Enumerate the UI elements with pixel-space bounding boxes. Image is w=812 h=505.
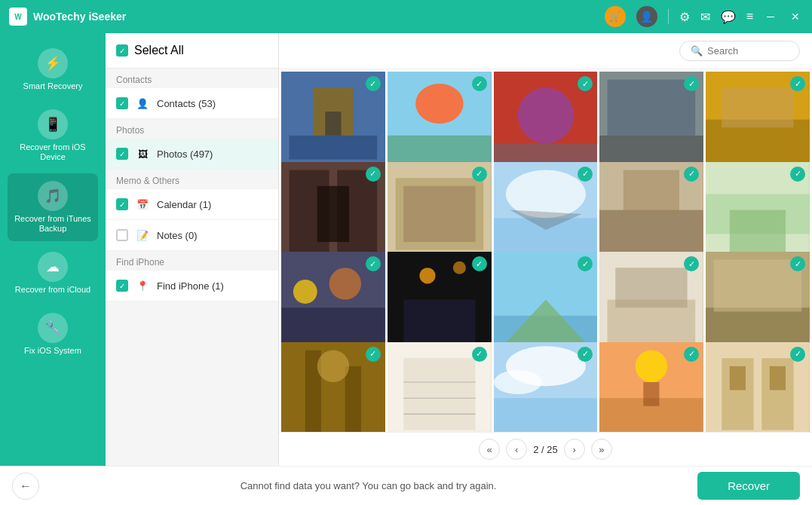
sidebar-label-recover-icloud: Recover from iCloud	[15, 285, 90, 295]
cat-item-calendar[interactable]: ✓ 📅 Calendar (1)	[106, 189, 278, 220]
notes-icon: 📝	[134, 227, 151, 243]
fix-ios-icon: 🔧	[38, 313, 68, 343]
photo-check-15: ✓	[790, 256, 805, 271]
photo-grid: ✓ ✓	[279, 69, 812, 432]
prev-page-button[interactable]: ‹	[506, 439, 527, 460]
calendar-checkbox[interactable]: ✓	[116, 198, 128, 210]
cat-item-contacts[interactable]: ✓ 👤 Contacts (53)	[106, 88, 278, 119]
svg-point-38	[329, 268, 361, 299]
photo-check-8: ✓	[578, 167, 593, 182]
content-area: 🔍 ✓	[279, 33, 812, 466]
photo-cell-13[interactable]: ✓	[494, 252, 598, 356]
svg-point-67	[636, 350, 667, 381]
last-page-button[interactable]: »	[591, 439, 612, 460]
search-input-wrap[interactable]: 🔍	[679, 41, 800, 61]
svg-rect-72	[730, 366, 746, 390]
cat-item-notes[interactable]: 📝 Notes (0)	[106, 220, 278, 251]
next-page-button[interactable]: ›	[564, 439, 585, 460]
contacts-checkbox[interactable]: ✓	[116, 97, 128, 109]
cart-icon[interactable]: 🛒	[605, 6, 626, 27]
sidebar-label-smart-recovery: Smart Recovery	[23, 81, 83, 91]
photo-cell-6[interactable]: ✓	[281, 162, 385, 266]
photo-check-5: ✓	[790, 76, 805, 91]
photo-cell-18[interactable]: ✓	[494, 342, 598, 433]
minimize-button[interactable]: ─	[764, 9, 777, 24]
calendar-icon: 📅	[134, 196, 151, 213]
menu-icon[interactable]: ≡	[746, 10, 753, 23]
photo-cell-10[interactable]: ✓	[706, 162, 810, 266]
find-iphone-icon: 📍	[134, 277, 151, 294]
photo-cell-7[interactable]: ✓	[388, 162, 492, 266]
photo-cell-9[interactable]: ✓	[599, 162, 703, 266]
photo-cell-20[interactable]: ✓	[706, 342, 810, 433]
recover-ios-icon: 📱	[38, 109, 68, 139]
close-button[interactable]: ✕	[788, 9, 803, 24]
footer-message: Cannot find data you want? You can go ba…	[241, 480, 497, 491]
back-button[interactable]: ←	[12, 473, 39, 500]
search-input[interactable]	[707, 45, 789, 57]
svg-point-10	[517, 87, 573, 143]
contacts-icon: 👤	[134, 95, 151, 112]
notes-checkbox[interactable]	[116, 229, 128, 241]
cat-item-photos[interactable]: ✓ 🖼 Photos (497)	[106, 139, 278, 170]
photo-cell-8[interactable]: ✓	[494, 162, 598, 266]
app-title: WooTechy iSeeker	[33, 11, 126, 23]
svg-point-55	[317, 350, 349, 381]
recover-icloud-icon: ☁	[38, 252, 68, 282]
search-bar: 🔍	[279, 33, 812, 69]
photo-cell-19[interactable]: ✓	[599, 342, 703, 433]
photos-checkbox[interactable]: ✓	[116, 148, 128, 160]
cat-item-find-iphone[interactable]: ✓ 📍 Find iPhone (1)	[106, 271, 278, 301]
svg-rect-51	[714, 260, 802, 312]
select-all-row[interactable]: ✓ Select All	[106, 33, 278, 69]
photo-check-12: ✓	[472, 256, 487, 271]
photo-cell-12[interactable]: ✓	[388, 252, 492, 356]
notes-label: Notes (0)	[157, 230, 268, 241]
sidebar-item-recover-icloud[interactable]: ☁ Recover from iCloud	[8, 244, 98, 302]
svg-point-41	[419, 268, 435, 283]
section-find-iphone-label: Find iPhone	[106, 251, 278, 271]
find-iphone-checkbox[interactable]: ✓	[116, 280, 128, 292]
photo-cell-3[interactable]: ✓	[494, 72, 598, 176]
sidebar-item-recover-ios[interactable]: 📱 Recover from iOS Device	[8, 102, 98, 170]
smart-recovery-icon: ⚡	[38, 48, 68, 78]
photo-check-2: ✓	[472, 76, 487, 91]
svg-rect-48	[616, 268, 688, 308]
settings-icon[interactable]: ⚙	[679, 10, 690, 24]
find-iphone-label: Find iPhone (1)	[157, 280, 268, 292]
photo-check-6: ✓	[366, 167, 381, 182]
select-all-checkbox[interactable]: ✓	[116, 44, 128, 57]
recover-itunes-icon: 🎵	[38, 181, 68, 211]
header-right: 🛒 👤 ⚙ ✉ 💬 ≡ ─ ✕	[605, 6, 803, 27]
photo-cell-16[interactable]: ✓	[281, 342, 385, 433]
sidebar: ⚡ Smart Recovery 📱 Recover from iOS Devi…	[0, 33, 106, 466]
app-header: W WooTechy iSeeker 🛒 👤 ⚙ ✉ 💬 ≡ ─ ✕	[0, 0, 812, 33]
app-logo: W	[9, 8, 27, 26]
sidebar-item-fix-ios[interactable]: 🔧 Fix iOS System	[8, 305, 98, 363]
chat-icon[interactable]: 💬	[721, 10, 736, 24]
svg-rect-73	[770, 366, 786, 390]
sidebar-item-smart-recovery[interactable]: ⚡ Smart Recovery	[8, 41, 98, 99]
photo-cell-5[interactable]: ✓	[706, 72, 810, 176]
svg-point-64	[494, 370, 542, 394]
search-icon: 🔍	[691, 45, 703, 57]
user-avatar[interactable]: 👤	[636, 6, 657, 27]
first-page-button[interactable]: «	[479, 439, 500, 460]
photo-check-18: ✓	[578, 347, 593, 362]
sidebar-item-recover-itunes[interactable]: 🎵 Recover from iTunes Backup	[8, 173, 98, 241]
photo-cell-11[interactable]: ✓	[281, 252, 385, 356]
photo-cell-14[interactable]: ✓	[599, 252, 703, 356]
recover-button[interactable]: Recover	[697, 472, 800, 500]
photo-cell-4[interactable]: ✓	[599, 72, 703, 176]
photo-cell-17[interactable]: ✓	[388, 342, 492, 433]
photo-cell-15[interactable]: ✓	[706, 252, 810, 356]
photo-cell-1[interactable]: ✓	[281, 72, 385, 176]
photos-label: Photos (497)	[157, 148, 268, 160]
section-memo-label: Memo & Others	[106, 170, 278, 189]
svg-rect-3	[290, 136, 378, 160]
photo-cell-2[interactable]: ✓	[388, 72, 492, 176]
contacts-label: Contacts (53)	[157, 98, 268, 109]
svg-rect-40	[403, 300, 475, 348]
mail-icon[interactable]: ✉	[700, 10, 710, 24]
svg-point-37	[293, 280, 317, 304]
